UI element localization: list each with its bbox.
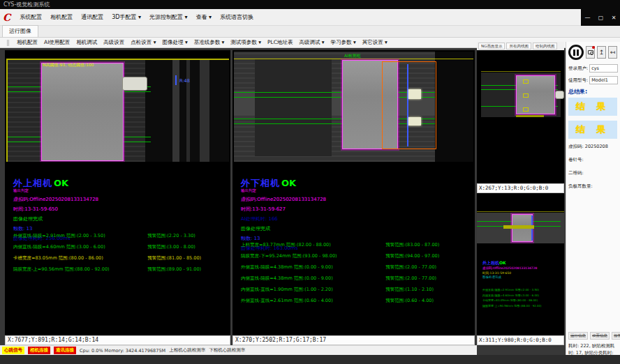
tab-draw-lines[interactable]: 绘制内线图 [533,43,558,50]
tool-camera-debug[interactable]: 相机调试 [76,39,97,46]
mini-result-block: 外上相机OK 虚拟码:Offline20250208133134728 时间:1… [482,259,537,280]
tab-alarm-info[interactable]: 报警信息 [612,332,620,340]
mini-measurements: 外侧直线-隔膜=2.91mm 范围:(2.00 - 3.50) 内侧直线-隔膜=… [482,287,542,308]
pause-button[interactable] [568,45,584,60]
measure-warn: 预警范围:(3.00 - 8.00) [147,244,195,250]
menu-language-switch[interactable]: 系统语言切换 [216,12,257,22]
qrcode-label: 二维码: [568,170,618,176]
marker-overlay-text: R:48 [179,78,190,84]
return-button[interactable]: ↤ [608,46,617,59]
small-camera-view-top[interactable] [477,50,564,183]
measure-text: 隔膜宽度-上=90.56mm 范围:(88.00 - 92.00) [13,266,147,273]
window-controls: — ▢ ✕ [581,9,620,26]
machine-edge-line [477,211,564,212]
model-value[interactable]: Model1 [589,76,618,84]
small-camera-view-bottom[interactable]: 外上相机OK 虚拟码:Offline20250208133134728 时间:1… [477,193,564,335]
tool-other-settings[interactable]: 其它设置 ▾ [362,39,388,46]
measure-warn: 预警范围:(0.60 - 4.00) [385,298,434,304]
left-measurements: 外侧直线-隔膜=2.91mm 范围:(2.00 - 3.50) 预警范围:(2.… [13,233,226,278]
piece-count: 颗数: 13 [241,235,326,242]
measure-text: 内侧直线-隔膜=4.38mm 范围:(0.00 - 9.00) [241,275,385,282]
menu-system-config[interactable]: 系统配置 [16,12,45,22]
small-view-bottom-coord-bar: X:311;Y:980;R:0;G:0;B:0 [477,335,564,345]
camera-name: 外上相机 [482,260,499,265]
menu-comm-config[interactable]: 通讯配置 [78,12,107,22]
app-logo-icon: C [3,12,10,23]
tool-image-processing[interactable]: 图像处理 ▾ [163,39,188,46]
tool-advanced-debug[interactable]: 高级调试 ▾ [299,39,324,46]
result-ok: OK [54,178,68,188]
menu-view[interactable]: 查看 ▾ [193,12,216,22]
tool-baseline-params[interactable]: 基准线参数 ▾ [194,39,225,46]
small-views-column: NG画面显示 所有内线图 绘制内线图 X:267;Y:13;R:0;G:0;B:… [477,42,564,345]
tab-ng-display[interactable]: NG画面显示 [478,43,505,50]
measure-warn: 预警范围:(83.00 - 87.00) [385,242,439,248]
camera-button[interactable] [586,46,595,59]
login-user-label: 登录用户: [568,66,588,72]
result-ok: OK [281,178,296,188]
close-icon[interactable]: ✕ [612,15,617,21]
info-panel: ↥ ↤ 登录用户: cys 使用型号: Model1 总结果: 结 果 结 果 … [566,42,620,356]
tool-ai-usage-config[interactable]: AI使用配置 [44,39,70,46]
needle-label: 卷针号: [568,157,618,163]
tab-count-label: 负极耳数量: [568,183,618,190]
tool-test-params[interactable]: 测试项参数 ▾ [230,39,261,46]
lower-camera-heartbeat: 下相机心跳检测率 [209,347,245,354]
ai-box-label: AI检测框 [344,53,361,59]
minimize-icon[interactable]: — [585,15,591,21]
spacer [568,197,618,328]
model-row: 使用型号: Model1 [568,76,618,84]
product-region [516,75,555,114]
measure-warn: 预警范围:(2.00 - 77.00) [385,275,436,282]
measure-warn: 预警范围:(89.00 - 91.00) [147,266,201,273]
measure-text: 外侧直线-隔膜=4.38mm 范围:(0.00 - 9.00) [241,264,385,271]
tab-run-image[interactable]: 运行图像 [2,25,38,37]
upload-button[interactable]: ↥ [597,46,606,59]
arrow-back-icon: ↤ [610,49,616,56]
marker-line [175,75,177,85]
timestamp: 时间:13-31-59-627 [241,206,326,213]
tab-run-info[interactable]: 运行信息 [568,332,588,340]
process-done: 图像处理完成 [482,275,537,280]
left-camera-image[interactable]: N高阈值:93, 动态阈值:100 R:48 [6,59,229,162]
weld-highlight [408,89,421,99]
left-camera-panel: N高阈值:93, 动态阈值:100 R:48 外上相机OK 输出判定 虚拟码:O… [5,50,230,345]
tab-all-lines[interactable]: 所有内线图 [506,43,531,50]
login-user-value[interactable]: cys [589,64,618,73]
maximize-icon[interactable]: ▢ [598,15,604,21]
virtual-code: 虚拟码:Offline20250208133134728 [482,266,537,271]
measurement-row: 外侧直线-隔膜=2.91mm 范围:(2.00 - 3.50) 预警范围:(2.… [13,233,226,239]
comm-link-badge: 通讯连接 [54,347,76,354]
app-window: CYS-视觉检测系统 C 系统配置 相机配置 通讯配置 3D手配置 ▾ 光源控制… [0,0,620,364]
menu-light-config[interactable]: 光源控制配置 ▾ [146,12,191,22]
menu-robot-config[interactable]: 3D手配置 ▾ [108,12,145,22]
annotation-text-strip [516,115,544,117]
tool-camera-config[interactable]: 相机配置 [17,39,38,46]
tool-learning-params[interactable]: 学习参数 ▾ [331,39,356,46]
title-bar: CYS-视觉检测系统 [0,0,620,9]
tool-plc-address[interactable]: PLC地址表 [267,39,293,46]
tool-advanced-settings[interactable]: 高级设置 [103,39,124,46]
middle-measurements: 上料宽度=83.77mm 范围:(82.00 - 88.00) 预警范围:(83… [241,242,471,309]
measure-warn: 预警范围:(81.00 - 85.00) [147,255,201,261]
measurement-row: 内侧直线-隔膜=4.38mm 范围:(0.00 - 9.00) 预警范围:(2.… [241,275,471,282]
toolbar-grip [7,40,9,46]
tool-spot-check[interactable]: 点检设置 ▾ [131,39,156,46]
upper-camera-heartbeat: 上相机心跳检测率 [169,347,205,354]
measure-text: 上料宽度=83.77mm 范围:(82.00 - 88.00) [241,242,385,248]
middle-camera-image[interactable]: AI检测框 [234,52,473,162]
small-view-tabs: NG画面显示 所有内线图 绘制内线图 [477,42,564,50]
result-box-lower: 结 果 [568,121,617,139]
machine-column [186,60,190,162]
measure-text: 卡槽宽度=83.05mm 范围:(80.00 - 86.00) [13,255,147,261]
product-region [41,63,124,161]
tab-strip: 运行图像 [0,26,620,38]
bottom-strip [0,355,620,364]
menu-camera-config[interactable]: 相机配置 [47,12,76,22]
tab-settings-info[interactable]: 设置信息 [590,332,610,340]
measurement-row: 上料宽度=83.77mm 范围:(82.00 - 88.00) 预警范围:(83… [241,242,471,248]
connector-part [122,77,147,91]
annotation-mark [523,107,529,112]
status-bar: 心跳信号 相机连接 通讯连接 Cpu: 0.0% Memory: 3424.41… [0,345,477,355]
small-view-top-coord-bar: X:267;Y:13;R:0;G:0;B:0 [477,183,564,193]
